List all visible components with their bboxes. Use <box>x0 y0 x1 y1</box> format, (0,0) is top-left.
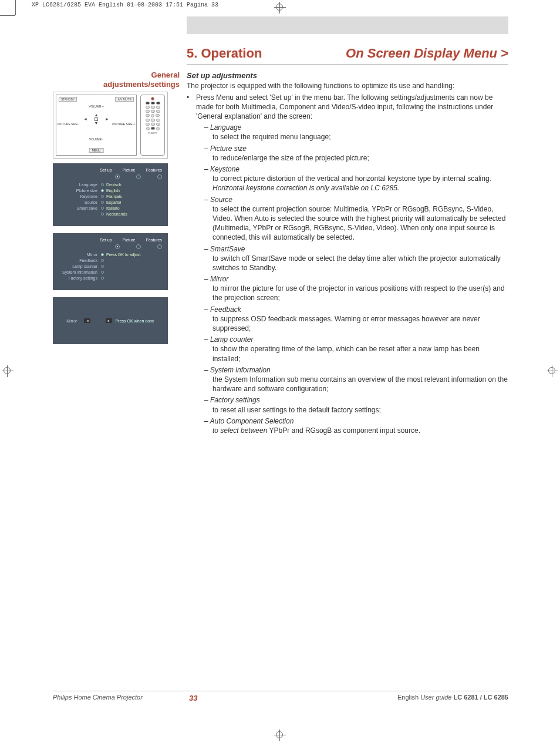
osd-ring-icon <box>115 244 120 249</box>
osd-value: Deutsch <box>106 183 122 187</box>
setting-desc: to correct picture distortion of the ver… <box>212 174 508 193</box>
subheading-setup: Set up adjustments <box>187 70 508 81</box>
avmute-button-label: A/V MUTE <box>115 97 134 102</box>
osd-item: Picture size <box>59 189 101 193</box>
page-number: 33 <box>189 694 197 702</box>
osd-item: Factory settings <box>59 276 101 280</box>
osd-item: Smart save <box>59 206 101 210</box>
osd-tab-features: Features <box>146 168 162 172</box>
arrow-left-icon: ◄ <box>84 318 90 323</box>
setting-name-system-information: – System information <box>204 365 508 375</box>
footer-right: English User guide LC 6281 / LC 6285 <box>397 694 508 701</box>
remote-power-icon <box>151 97 154 100</box>
registration-mark <box>2 365 14 377</box>
setting-name-mirror: – Mirror <box>204 274 508 284</box>
standby-button-label: STANDBY <box>59 97 77 102</box>
osd-item: Lamp counter <box>59 264 101 268</box>
osd-tab-setup: Set up <box>100 238 112 242</box>
osd-item: Feedback <box>59 258 101 263</box>
page-footer: Philips Home Cinema Projector 33 English… <box>53 691 508 701</box>
setting-name-smartsave: – SmartSave <box>204 244 508 254</box>
ok-button <box>95 117 98 121</box>
printer-header: XP LC6281/6285 EVA English 01-08-2003 17… <box>32 2 218 8</box>
arrow-left-icon: ◄ <box>83 117 87 121</box>
osd-ring-icon <box>136 244 141 249</box>
setting-name-picture-size: – Picture size <box>204 144 508 153</box>
osd-hint: Press OK when done <box>116 319 154 323</box>
setting-name-factory-settings: – Factory settings <box>204 395 508 405</box>
crop-mark <box>0 15 15 16</box>
figure-osd-mirror-list: Set up Picture Features MirrorPress OK t… <box>53 233 168 290</box>
osd-item: Mirror <box>59 253 101 257</box>
osd-tab-setup: Set up <box>100 168 112 172</box>
figure-osd-language: Set up Picture Features LanguageDeutsch … <box>53 163 168 226</box>
osd-ring-icon <box>115 174 120 179</box>
main-content: Set up adjustments The projector is equi… <box>187 70 508 435</box>
osd-tab-features: Features <box>146 238 162 242</box>
osd-mirror-label: Mirror <box>66 319 77 323</box>
control-panel: STANDBY A/V MUTE VOLUME + PICTURE SIZE -… <box>56 95 137 156</box>
osd-tab-picture: Picture <box>123 168 136 172</box>
arrow-right-icon: ► <box>105 117 109 121</box>
osd-value: English <box>106 189 120 193</box>
osd-value: Français <box>106 194 122 199</box>
osd-ring-icon <box>157 244 162 249</box>
setting-desc: to reduce/enlarge the size of the projec… <box>212 153 508 163</box>
setting-name-source: – Source <box>204 195 508 204</box>
osd-value: Press OK to adjust <box>106 253 140 257</box>
arrow-down-icon: ▼ <box>95 121 99 125</box>
sidebar-figures: STANDBY A/V MUTE VOLUME + PICTURE SIZE -… <box>53 92 168 351</box>
registration-mark <box>546 365 558 377</box>
section-number: 5. Operation <box>187 46 262 61</box>
osd-item: System information <box>59 270 101 274</box>
registration-mark <box>274 2 286 14</box>
crop-mark <box>15 0 16 15</box>
registration-mark <box>274 729 286 741</box>
footer-left: Philips Home Cinema Projector <box>53 694 143 701</box>
setting-name-lamp-counter: – Lamp counter <box>204 335 508 344</box>
section-title: On Screen Display Menu > <box>346 46 508 61</box>
setting-desc: to suppress OSD feedback messages. Warni… <box>212 314 508 333</box>
volume-plus-label: VOLUME + <box>56 105 136 108</box>
osd-ring-icon <box>157 174 162 179</box>
arrow-right-icon: ► <box>106 318 112 323</box>
osd-item: Source <box>59 200 101 204</box>
setting-name-auto-component: – Auto Component Selection <box>204 416 508 426</box>
figure-control-panel: STANDBY A/V MUTE VOLUME + PICTURE SIZE -… <box>53 92 168 159</box>
setting-desc: to select the required menu language; <box>212 132 508 142</box>
setting-name-language: – Language <box>204 123 508 132</box>
osd-tab-picture: Picture <box>123 238 136 242</box>
volume-minus-label: VOLUME - <box>56 137 136 141</box>
arrow-up-icon: ▲ <box>95 113 99 117</box>
bullet-text: Press Menu and select 'Set up' in the me… <box>196 93 508 122</box>
setting-name-keystone: – Keystone <box>204 164 508 174</box>
osd-ring-icon <box>136 174 141 179</box>
setting-name-feedback: – Feedback <box>204 305 508 314</box>
osd-value: Español <box>106 200 121 204</box>
intro-text: The projector is equipped with the follo… <box>187 81 508 90</box>
header-bar <box>187 16 508 34</box>
osd-value: Italiano <box>106 206 120 210</box>
remote-control: PHILIPS <box>140 95 165 156</box>
osd-item: Keystone <box>59 194 101 199</box>
setting-desc: the System Information sub menu contains… <box>212 375 508 394</box>
setting-desc: to mirror the picture for use of the pro… <box>212 284 508 302</box>
osd-item: Language <box>59 183 101 187</box>
sidebar-heading: General adjustments/settings <box>53 70 180 89</box>
menu-button-label: MENU <box>89 148 104 153</box>
setting-desc: to select between YPbPr and RGsogB as co… <box>212 426 508 435</box>
osd-value: Nederlands <box>106 212 127 216</box>
bullet-icon: • <box>187 93 196 122</box>
section-header: 5. Operation On Screen Display Menu > <box>187 46 508 65</box>
setting-desc: to show the operating time of the lamp, … <box>212 344 508 363</box>
remote-brand: PHILIPS <box>148 132 157 135</box>
figure-osd-mirror-adjust: Mirror ◄ · · · ► Press OK when done <box>53 297 168 344</box>
setting-desc: to reset all user settings to the defaul… <box>212 405 508 415</box>
setting-desc: to select the current projection source:… <box>212 204 508 243</box>
setting-desc: to switch off SmartSave mode or select t… <box>212 254 508 273</box>
